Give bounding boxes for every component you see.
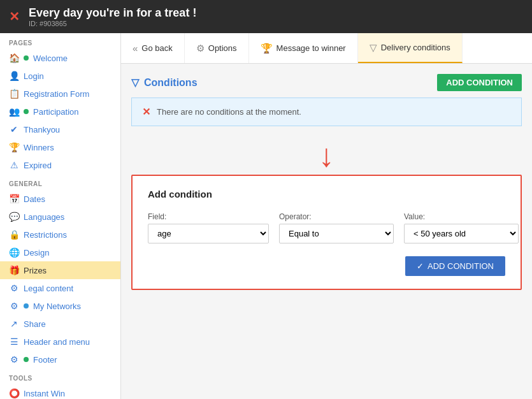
message-to-winner-label: Message to winner xyxy=(277,43,346,53)
header-info: Every day you're in for a treat ! ID: #9… xyxy=(29,6,196,27)
options-icon: ⚙ xyxy=(196,43,205,54)
sidebar-item-dates[interactable]: 📅 Dates xyxy=(0,190,120,208)
sidebar-label-winners: Winners xyxy=(24,143,54,152)
sidebar-label-dates: Dates xyxy=(24,194,45,204)
chat-icon: 💬 xyxy=(9,212,19,222)
status-dot xyxy=(24,55,29,61)
go-back-button[interactable]: « Go back xyxy=(121,33,185,63)
checkmark-icon: ✓ xyxy=(417,261,424,271)
sidebar-item-restrictions[interactable]: 🔒 Restrictions xyxy=(0,226,120,243)
instant-win-icon: ⭕ xyxy=(9,388,19,398)
topbar: « Go back ⚙ Options 🏆 Message to winner … xyxy=(121,33,532,64)
operator-label: Operator: xyxy=(279,212,394,221)
sidebar: PAGES 🏠 Welcome 👤 Login 📋 Registration F… xyxy=(0,33,121,399)
sidebar-item-instant-win[interactable]: ⭕ Instant Win xyxy=(0,384,120,399)
sidebar-item-thankyou[interactable]: ✔ Thankyou xyxy=(0,120,120,138)
operator-select[interactable]: Equal to Not equal to Greater than Less … xyxy=(279,224,394,243)
delivery-conditions-button[interactable]: ▽ Delivery conditions xyxy=(358,33,463,63)
app-header: ✕ Every day you're in for a treat ! ID: … xyxy=(0,0,532,33)
trophy-icon: 🏆 xyxy=(9,142,19,152)
field-select[interactable]: age gender country email xyxy=(148,224,269,243)
add-condition-submit-button[interactable]: ✓ ADD CONDITION xyxy=(405,256,505,276)
sidebar-item-winners[interactable]: 🏆 Winners xyxy=(0,138,120,156)
sidebar-item-expired[interactable]: ⚠ Expired xyxy=(0,156,120,174)
arrow-container: ↓ xyxy=(131,136,522,175)
status-dot xyxy=(24,357,29,362)
trophy-icon: 🏆 xyxy=(261,43,273,54)
gift-icon: 🎁 xyxy=(9,265,19,275)
sidebar-label-footer: Footer xyxy=(33,355,57,365)
down-arrow-icon: ↓ xyxy=(319,140,334,171)
app-title: Every day you're in for a treat ! xyxy=(29,6,196,20)
sidebar-label-thankyou: Thankyou xyxy=(24,125,60,134)
field-group-field: Field: age gender country email xyxy=(148,212,269,243)
conditions-title-label: Conditions xyxy=(144,77,198,89)
sidebar-item-participation[interactable]: 👥 Participation xyxy=(0,103,120,120)
delivery-conditions-label: Delivery conditions xyxy=(381,43,450,52)
sidebar-label-legal-content: Legal content xyxy=(24,284,73,293)
filter-conditions-icon: ▽ xyxy=(131,76,139,89)
sidebar-item-login[interactable]: 👤 Login xyxy=(0,67,120,85)
field-group-operator: Operator: Equal to Not equal to Greater … xyxy=(279,212,394,243)
pages-section-label: PAGES xyxy=(0,33,120,49)
app-id: ID: #903865 xyxy=(29,20,196,27)
back-icon: « xyxy=(133,43,138,54)
lock-icon: 🔒 xyxy=(9,229,19,240)
value-label: Value: xyxy=(404,212,519,221)
sidebar-label-welcome: Welcome xyxy=(33,54,68,63)
sidebar-label-instant-win: Instant Win xyxy=(24,389,65,398)
network-icon: ⚙ xyxy=(9,301,19,311)
general-section-label: GENERAL xyxy=(0,174,120,190)
sidebar-item-share[interactable]: ↗ Share xyxy=(0,315,120,333)
calendar-icon: 📅 xyxy=(9,194,19,204)
value-select[interactable]: < 50 years old >= 50 years old < 18 year… xyxy=(404,224,519,243)
content-area: ▽ Conditions ADD CONDITION ✕ There are n… xyxy=(121,64,532,399)
add-condition-form: Add condition Field: age gender country … xyxy=(131,175,522,290)
fields-row: Field: age gender country email Operator… xyxy=(148,212,505,243)
menu-icon: ☰ xyxy=(9,337,19,347)
sidebar-item-design[interactable]: 🌐 Design xyxy=(0,243,120,261)
share-icon: ↗ xyxy=(9,319,19,329)
options-label: Options xyxy=(208,43,237,53)
globe-icon: 🌐 xyxy=(9,247,19,258)
sidebar-item-languages[interactable]: 💬 Languages xyxy=(0,208,120,226)
home-icon: 🏠 xyxy=(9,53,19,63)
warning-icon: ⚠ xyxy=(9,160,19,170)
check-icon: ✔ xyxy=(9,124,19,134)
sidebar-label-design: Design xyxy=(24,248,49,258)
add-condition-footer: ✓ ADD CONDITION xyxy=(148,256,505,276)
form-icon: 📋 xyxy=(9,89,19,99)
sidebar-label-header-menu: Header and menu xyxy=(24,337,90,347)
sidebar-item-welcome[interactable]: 🏠 Welcome xyxy=(0,49,120,67)
footer-icon: ⚙ xyxy=(9,354,19,365)
legal-icon: ⚙ xyxy=(9,283,19,293)
sidebar-item-legal-content[interactable]: ⚙ Legal content xyxy=(0,279,120,297)
add-condition-submit-label: ADD CONDITION xyxy=(428,261,494,271)
message-to-winner-button[interactable]: 🏆 Message to winner xyxy=(249,33,358,63)
sidebar-label-my-networks: My Networks xyxy=(33,301,81,311)
sidebar-label-prizes: Prizes xyxy=(24,266,47,275)
sidebar-item-my-networks[interactable]: ⚙ My Networks xyxy=(0,297,120,315)
sidebar-label-participation: Participation xyxy=(33,107,79,117)
status-dot xyxy=(24,109,29,114)
field-label: Field: xyxy=(148,212,269,221)
sidebar-item-prizes[interactable]: 🎁 Prizes xyxy=(0,261,120,279)
user-icon: 👤 xyxy=(9,71,19,81)
go-back-label: Go back xyxy=(141,43,172,53)
sidebar-label-restrictions: Restrictions xyxy=(24,230,67,240)
add-condition-form-title: Add condition xyxy=(148,189,505,200)
main-content: « Go back ⚙ Options 🏆 Message to winner … xyxy=(121,33,532,399)
status-dot-blue xyxy=(24,303,29,308)
tools-section-label: TOOLS xyxy=(0,368,120,384)
filter-icon: ▽ xyxy=(370,42,377,54)
options-button[interactable]: ⚙ Options xyxy=(185,33,249,63)
sidebar-item-footer[interactable]: ⚙ Footer xyxy=(0,351,120,368)
sidebar-label-languages: Languages xyxy=(24,212,64,222)
no-conditions-x-icon: ✕ xyxy=(142,106,150,118)
add-condition-top-button[interactable]: ADD CONDITION xyxy=(437,74,522,91)
sidebar-item-header-menu[interactable]: ☰ Header and menu xyxy=(0,333,120,351)
group-icon: 👥 xyxy=(9,106,19,117)
conditions-header: ▽ Conditions ADD CONDITION xyxy=(131,74,522,91)
close-button[interactable]: ✕ xyxy=(9,9,20,24)
sidebar-item-registration-form[interactable]: 📋 Registration Form xyxy=(0,85,120,103)
